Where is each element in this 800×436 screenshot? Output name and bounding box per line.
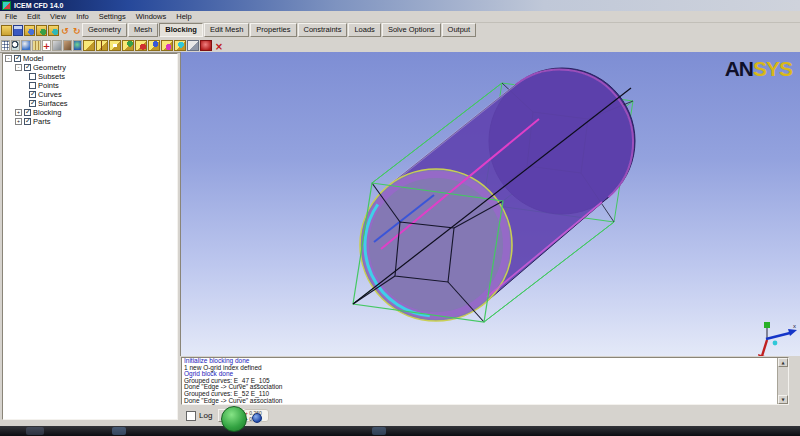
log-scrollbar[interactable]: ▲ ▼: [777, 358, 788, 404]
log-line: 1 new O-grid index defined: [182, 365, 788, 372]
checkbox-geometry[interactable]: [24, 64, 31, 71]
undo-icon[interactable]: ↺: [60, 25, 71, 36]
checkbox-curves[interactable]: [29, 91, 36, 98]
tree-label[interactable]: Subsets: [38, 72, 65, 81]
checkbox-subsets[interactable]: [29, 73, 36, 80]
tree-item-curves[interactable]: Curves: [3, 90, 177, 99]
title-bar[interactable]: ICEM CFD 14.0: [0, 0, 800, 11]
menu-view[interactable]: View: [45, 11, 71, 22]
scroll-up-icon[interactable]: ▲: [778, 358, 788, 367]
tree-label[interactable]: Points: [38, 81, 59, 90]
tools-icon[interactable]: [63, 40, 72, 51]
cursor-highlight-overlay: [221, 406, 247, 432]
screen-capture-icon[interactable]: [24, 25, 35, 36]
snapshot-icon[interactable]: [52, 40, 61, 51]
window-title: ICEM CFD 14.0: [14, 2, 63, 9]
tree-label[interactable]: Geometry: [33, 63, 66, 72]
tree-item-parts[interactable]: + Parts: [3, 117, 177, 126]
tab-mesh[interactable]: Mesh: [128, 23, 158, 37]
save-project-icon[interactable]: [48, 25, 59, 36]
app-icon: [2, 1, 11, 10]
tree-item-subsets[interactable]: Subsets: [3, 72, 177, 81]
tree-item-surfaces[interactable]: Surfaces: [3, 99, 177, 108]
scroll-down-icon[interactable]: ▼: [778, 395, 788, 404]
check-blocks-icon[interactable]: [200, 40, 212, 51]
tree-item-model[interactable]: - Model: [3, 54, 177, 63]
tab-properties[interactable]: Properties: [250, 23, 296, 37]
menu-help[interactable]: Help: [171, 11, 196, 22]
windows-taskbar[interactable]: [0, 426, 800, 436]
menu-file[interactable]: File: [0, 11, 22, 22]
magnify-icon[interactable]: [11, 40, 20, 51]
axes-icon[interactable]: +: [42, 40, 52, 51]
cylinder-blocking-scene: x: [181, 52, 800, 356]
sphere-icon[interactable]: [21, 40, 30, 51]
toolbar-row-1: ↺ ↻ Geometry Mesh Blocking Edit Mesh Pro…: [0, 22, 800, 37]
log-line: Ogrid block done: [182, 371, 788, 378]
tree-item-blocking[interactable]: + Blocking: [3, 108, 177, 117]
tree-item-geometry[interactable]: - Geometry: [3, 63, 177, 72]
edit-block-icon[interactable]: [122, 40, 134, 51]
log-line: Done "Edge -> Curve" association: [182, 384, 788, 391]
axis-x-icon: [766, 333, 790, 339]
save-icon[interactable]: [13, 25, 24, 36]
checkbox-blocking[interactable]: [24, 109, 31, 116]
log-label: Log: [199, 411, 212, 420]
expander-icon[interactable]: -: [5, 55, 12, 62]
grid-icon[interactable]: [1, 40, 10, 51]
log-controls: Log Save: [181, 406, 800, 425]
tree-label[interactable]: Curves: [38, 90, 62, 99]
menu-windows[interactable]: Windows: [131, 11, 171, 22]
create-block-icon[interactable]: [83, 40, 95, 51]
measure-icon[interactable]: [32, 40, 41, 51]
icem-cfd-window: ICEM CFD 14.0 File Edit View Info Settin…: [0, 0, 800, 436]
expander-icon[interactable]: +: [15, 109, 22, 116]
axis-y-icon: [762, 340, 767, 356]
tab-blocking[interactable]: Blocking: [159, 23, 203, 37]
split-block-icon[interactable]: [96, 40, 108, 51]
expander-icon[interactable]: -: [15, 64, 22, 71]
edit-edge-icon[interactable]: [174, 40, 186, 51]
transform-block-icon[interactable]: [161, 40, 173, 51]
tree-label[interactable]: Model: [23, 54, 43, 63]
open-project-icon[interactable]: [36, 25, 47, 36]
move-vertex-icon[interactable]: [148, 40, 160, 51]
tab-solve-options[interactable]: Solve Options: [382, 23, 441, 37]
log-checkbox[interactable]: [186, 411, 196, 421]
checkbox-model[interactable]: [14, 55, 21, 62]
toolbar-row-2: + ×: [0, 37, 800, 53]
axis-x-label: x: [793, 323, 796, 329]
tab-edit-mesh[interactable]: Edit Mesh: [204, 23, 249, 37]
message-log[interactable]: Initialize blocking done 1 new O-grid in…: [181, 357, 789, 405]
checkbox-surfaces[interactable]: [29, 100, 36, 107]
tab-geometry[interactable]: Geometry: [82, 23, 127, 37]
tree-label[interactable]: Surfaces: [38, 99, 68, 108]
redo-icon[interactable]: ↻: [71, 25, 82, 36]
log-line: Initialize blocking done: [182, 358, 788, 365]
checkbox-points[interactable]: [29, 82, 36, 89]
taskbar-item[interactable]: [372, 427, 386, 435]
taskbar-item[interactable]: [26, 427, 44, 435]
menu-settings[interactable]: Settings: [94, 11, 131, 22]
tree-label[interactable]: Blocking: [33, 108, 61, 117]
menu-edit[interactable]: Edit: [22, 11, 45, 22]
ogrid-block-icon[interactable]: [109, 40, 121, 51]
delete-block-icon[interactable]: ×: [213, 40, 225, 51]
ansys-logo: ANSYS: [725, 57, 792, 81]
taskbar-item[interactable]: [112, 427, 126, 435]
tab-output[interactable]: Output: [442, 23, 477, 37]
overlay-badge-icon: [252, 413, 262, 423]
open-icon[interactable]: [1, 25, 12, 36]
globe-icon[interactable]: [73, 40, 82, 51]
pre-mesh-params-icon[interactable]: [187, 40, 199, 51]
tab-loads[interactable]: Loads: [348, 23, 380, 37]
menu-info[interactable]: Info: [71, 11, 94, 22]
graphics-viewport[interactable]: x ANSYS: [180, 52, 800, 356]
blocking-toolbar: ×: [82, 38, 225, 51]
tree-item-points[interactable]: Points: [3, 81, 177, 90]
associate-icon[interactable]: [135, 40, 147, 51]
tab-constraints[interactable]: Constraints: [298, 23, 348, 37]
expander-icon[interactable]: +: [15, 118, 22, 125]
tree-label[interactable]: Parts: [33, 117, 51, 126]
checkbox-parts[interactable]: [24, 118, 31, 125]
